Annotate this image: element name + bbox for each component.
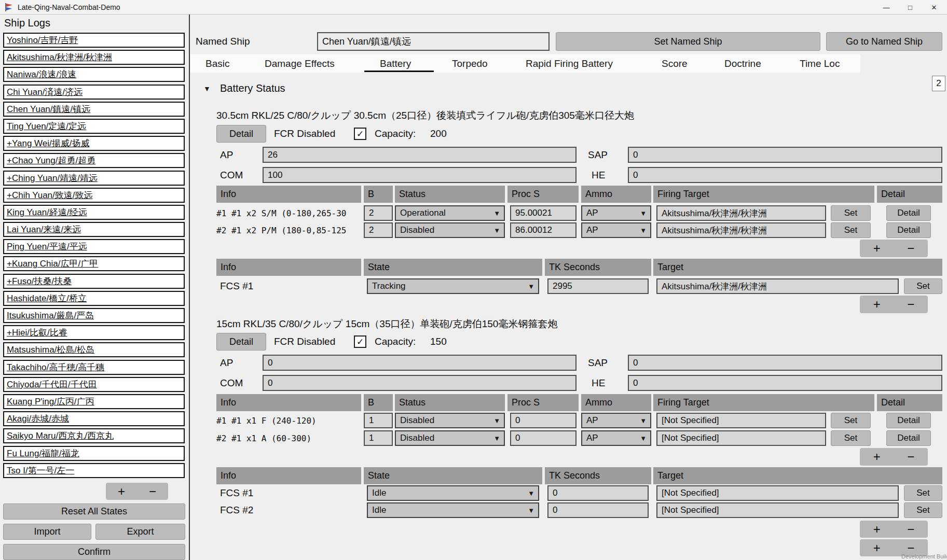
tab-torpedo[interactable]: Torpedo — [452, 54, 488, 73]
fcs-target-input[interactable]: [Not Specified] — [656, 485, 899, 501]
tab-basic[interactable]: Basic — [205, 54, 229, 73]
fcr-disabled-label: FCR Disabled — [274, 333, 335, 351]
app-icon — [4, 3, 13, 12]
battery-detail-button[interactable]: Detail — [216, 125, 266, 143]
remove-gun-button[interactable]: − — [894, 240, 928, 257]
gun-detail-button[interactable]: Detail — [886, 222, 931, 238]
gun-firing-target-input[interactable]: [Not Specified] — [656, 430, 826, 446]
com-input[interactable]: 0 — [263, 375, 577, 391]
fcs-set-button[interactable]: Set — [904, 485, 942, 501]
fcs-state-dropdown[interactable]: Tracking ▼ — [367, 278, 539, 294]
gun-info: #1 #1 x1 F (240-120) — [216, 413, 317, 428]
tab-doctrine[interactable]: Doctrine — [724, 54, 761, 73]
tab-damage-effects[interactable]: Damage Effects — [265, 54, 335, 73]
fcs-set-button[interactable]: Set — [904, 502, 942, 518]
fcr-disabled-checkbox[interactable]: ✓ — [354, 128, 366, 140]
gun-set-button[interactable]: Set — [831, 413, 871, 428]
gun-set-button[interactable]: Set — [831, 205, 871, 221]
gun-status-value: Disabled — [400, 415, 434, 426]
he-input[interactable]: 0 — [628, 375, 942, 391]
com-label: COM — [220, 375, 243, 391]
gun-status-dropdown[interactable]: Disabled ▼ — [395, 413, 505, 428]
gun-b-input[interactable]: 2 — [364, 205, 393, 221]
minimize-icon[interactable]: — — [874, 0, 898, 15]
sap-input[interactable]: 0 — [628, 147, 942, 163]
gun-set-button[interactable]: Set — [831, 430, 871, 446]
tab-battery[interactable]: Battery — [380, 54, 411, 73]
add-gun-button[interactable]: + — [860, 240, 894, 257]
tab-rapid-firing-battery[interactable]: Rapid Firing Battery — [526, 54, 613, 73]
collapse-section-icon[interactable]: ▼ — [203, 85, 211, 93]
goto-named-ship-button[interactable]: Go to Named Ship — [826, 32, 942, 51]
gun-proc-s-input[interactable]: 86.00012 — [510, 222, 577, 238]
add-fcs-button[interactable]: + — [860, 539, 894, 556]
fcs-tk-seconds-input[interactable]: 2995 — [547, 278, 649, 294]
gun-proc-s-input[interactable]: 0 — [510, 413, 577, 428]
gun-b-input[interactable]: 2 — [364, 222, 393, 238]
confirm-button[interactable]: Confirm — [3, 544, 185, 560]
gun-add-remove-panel: + − — [860, 240, 928, 257]
fcs-set-button[interactable]: Set — [904, 278, 942, 294]
battery-detail-button[interactable]: Detail — [216, 333, 266, 351]
gun-b-input[interactable]: 1 — [364, 413, 393, 428]
ship-list-item[interactable]: Naniwa/浪速/浪速 — [3, 67, 185, 82]
fcr-disabled-label: FCR Disabled — [274, 125, 335, 143]
fcs-state-dropdown[interactable]: Idle ▼ — [367, 502, 539, 518]
add-gun-button[interactable]: + — [860, 448, 894, 466]
named-ship-input[interactable]: Chen Yuan/鎮遠/镇远 — [317, 32, 550, 51]
remove-fcs-button[interactable]: − — [894, 296, 928, 313]
column-header-fcs-tk-seconds: TK Seconds — [545, 467, 651, 484]
gun-status-dropdown[interactable]: Operational ▼ — [395, 205, 505, 221]
gun-status-dropdown[interactable]: Disabled ▼ — [395, 222, 505, 238]
gun-ammo-dropdown[interactable]: AP ▼ — [581, 222, 651, 238]
gun-status-dropdown[interactable]: Disabled ▼ — [395, 430, 505, 446]
ship-list-item[interactable]: Fu Lung/福龍/福龙 — [3, 446, 185, 461]
gun-ammo-dropdown[interactable]: AP ▼ — [581, 413, 651, 428]
fcs-state-dropdown[interactable]: Idle ▼ — [367, 485, 539, 501]
ap-label: AP — [220, 147, 233, 163]
gun-set-button[interactable]: Set — [831, 222, 871, 238]
fcs-target-input[interactable]: [Not Specified] — [656, 502, 899, 518]
add-fcs-button[interactable]: + — [860, 521, 894, 538]
gun-firing-target-input[interactable]: Akitsushima/秋津洲/秋津洲 — [656, 222, 826, 238]
chevron-down-icon: ▼ — [528, 283, 534, 290]
gun-info: #2 #1 x1 A (60-300) — [216, 430, 311, 446]
check-icon: ✓ — [356, 337, 364, 347]
tab-score[interactable]: Score — [662, 54, 688, 73]
capacity-label: Capacity: — [375, 125, 416, 143]
ap-input[interactable]: 26 — [263, 147, 577, 163]
sap-input[interactable]: 0 — [628, 355, 942, 371]
gun-firing-target-input[interactable]: [Not Specified] — [656, 413, 826, 428]
ship-list-item[interactable]: Ping Yuen/平遠/平远 — [3, 239, 185, 254]
gun-proc-s-input[interactable]: 0 — [510, 430, 577, 446]
gun-proc-s-input[interactable]: 95.00021 — [510, 205, 577, 221]
ap-input[interactable]: 0 — [263, 355, 577, 371]
tab-time-loc[interactable]: Time Loc — [800, 54, 840, 73]
add-fcs-button[interactable]: + — [860, 296, 894, 313]
maximize-icon[interactable]: □ — [898, 0, 922, 15]
chevron-down-icon: ▼ — [528, 507, 534, 514]
export-button[interactable]: Export — [95, 524, 185, 540]
gun-ammo-dropdown[interactable]: AP ▼ — [581, 430, 651, 446]
remove-gun-button[interactable]: − — [894, 448, 928, 466]
com-input[interactable]: 100 — [263, 167, 577, 183]
gun-firing-target-input[interactable]: Akitsushima/秋津洲/秋津洲 — [656, 205, 826, 221]
gun-detail-button[interactable]: Detail — [886, 413, 931, 428]
capacity-value: 200 — [430, 125, 447, 143]
fcs-tk-seconds-input[interactable]: 0 — [547, 502, 649, 518]
import-button[interactable]: Import — [3, 524, 91, 540]
fcs-tk-seconds-input[interactable]: 0 — [547, 485, 649, 501]
fcr-disabled-checkbox[interactable]: ✓ — [354, 335, 366, 348]
gun-detail-button[interactable]: Detail — [886, 205, 931, 221]
ship-list-item[interactable]: Akitsushima/秋津洲/秋津洲 — [3, 50, 185, 65]
gun-ammo-dropdown[interactable]: AP ▼ — [581, 205, 651, 221]
column-header-proc-s: Proc S — [507, 186, 579, 203]
he-input[interactable]: 0 — [628, 167, 942, 183]
ship-list-item[interactable]: Chi Yuan/済遠/济远 — [3, 85, 185, 100]
set-named-ship-button[interactable]: Set Named Ship — [556, 32, 820, 51]
remove-fcs-button[interactable]: − — [894, 521, 928, 538]
gun-detail-button[interactable]: Detail — [886, 430, 931, 446]
gun-b-input[interactable]: 1 — [364, 430, 393, 446]
fcs-target-input[interactable]: Akitsushima/秋津洲/秋津洲 — [656, 278, 899, 294]
close-icon[interactable]: ✕ — [922, 0, 946, 15]
